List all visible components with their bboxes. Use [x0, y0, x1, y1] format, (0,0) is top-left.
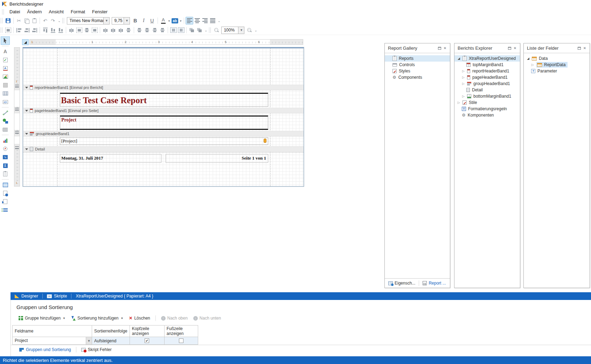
tool-table[interactable] — [1, 89, 10, 98]
menu-fenster[interactable]: Fenster — [89, 8, 111, 15]
tool-label[interactable]: A — [1, 47, 10, 56]
align-lefts-button[interactable] — [15, 26, 23, 34]
align-rights-button[interactable] — [30, 26, 38, 34]
tab-skript-fehler[interactable]: Skript Fehler — [76, 345, 117, 354]
align-dropdown-chevron-icon[interactable]: ⌄ — [216, 19, 221, 23]
page-header-label[interactable]: Project — [60, 115, 268, 130]
right-margin-guide[interactable] — [270, 48, 271, 186]
band-collapse-icon[interactable] — [25, 110, 28, 112]
report-title-label[interactable]: Basic Test Case Report — [60, 93, 268, 107]
expanded-icon[interactable]: ◢ — [527, 57, 530, 60]
move-up-button[interactable]: ↑ Nach oben — [159, 315, 190, 321]
report-gallery-tab[interactable]: Report ... — [419, 279, 449, 288]
header-visible-cell[interactable]: ✔ — [130, 337, 164, 345]
tool-page-info[interactable] — [1, 189, 10, 197]
tab-gruppen-und-sortierung[interactable]: Gruppen und Sortierung — [14, 345, 76, 354]
add-sort-dropdown-icon[interactable]: ▼ — [120, 317, 123, 320]
zoom-chevron-icon[interactable]: ⌄ — [253, 28, 258, 32]
align-right-button[interactable] — [201, 17, 209, 24]
tool-chart[interactable] — [1, 136, 10, 145]
footer-visible-checkbox[interactable] — [179, 338, 183, 343]
tree-item-report-header[interactable]: ▷ reportHeaderBand1 — [454, 68, 520, 74]
ruler-corner-button[interactable]: ◢ — [22, 39, 29, 45]
collapsed-icon[interactable]: ▷ — [462, 76, 465, 79]
toolbar1-grip2[interactable] — [62, 18, 64, 23]
band-grip[interactable] — [15, 108, 19, 111]
column-feldname[interactable]: Feldname — [13, 326, 92, 337]
tab-designer[interactable]: Designer — [11, 292, 42, 300]
column-kopfzeile[interactable]: Kopfzeile anzeigen — [130, 326, 164, 337]
left-margin-guide[interactable] — [57, 48, 58, 186]
collapsed-icon[interactable]: ▷ — [462, 82, 465, 85]
font-color-button[interactable]: A — [159, 17, 167, 24]
align-to-grid-button[interactable] — [4, 26, 12, 34]
menu-ansicht[interactable]: Ansicht — [46, 8, 67, 15]
tool-picture-box[interactable] — [1, 72, 10, 81]
tree-item-bottom-margin[interactable]: ▷ bottomMarginBand1 — [454, 93, 520, 99]
add-group-dropdown-icon[interactable]: ▼ — [63, 317, 65, 320]
font-name-dropdown-icon[interactable]: ▼ — [103, 18, 109, 24]
toolbar1-grip[interactable] — [1, 18, 2, 23]
band-collapse-icon[interactable] — [25, 87, 28, 89]
add-group-button[interactable]: Gruppe hinzufügen ▼ — [16, 315, 68, 321]
font-size-combo[interactable]: 9,75 ▼ — [112, 17, 130, 24]
expanded-icon[interactable]: ◢ — [457, 57, 460, 60]
tool-character-comb[interactable]: a|b — [1, 98, 10, 106]
move-down-button[interactable]: ↓ Nach unten — [191, 315, 223, 321]
maximize-icon[interactable] — [437, 46, 442, 51]
tree-item-parameter[interactable]: ? Parameter — [524, 68, 590, 74]
cut-button[interactable]: ✂ — [15, 17, 23, 24]
band-grip[interactable] — [15, 146, 19, 149]
tool-summary[interactable]: Σ — [1, 161, 10, 170]
footer-visible-cell[interactable] — [164, 337, 198, 345]
tool-sparkline[interactable]: ∿ — [1, 153, 10, 161]
group-field-label[interactable]: [Project] — [60, 137, 268, 145]
highlight-dropdown-icon[interactable]: ▾ — [179, 19, 182, 23]
toolbar2-grip[interactable] — [1, 27, 2, 33]
column-fusszeile[interactable]: Fußzeile anzeigen — [164, 326, 198, 337]
tree-item-data[interactable]: ◢ Data — [524, 55, 590, 62]
align-bottoms-button[interactable] — [57, 26, 64, 34]
center-horizontally-button[interactable] — [169, 26, 177, 34]
field-dropdown-icon[interactable]: ▼ — [86, 337, 92, 344]
undo-button[interactable]: ↶ — [41, 17, 49, 24]
v-space-equal-button[interactable] — [135, 26, 143, 34]
tree-item-detail[interactable]: Detail — [454, 87, 520, 93]
collapsed-icon[interactable]: ▷ — [462, 94, 465, 98]
tool-pointer[interactable] — [1, 36, 10, 45]
close-icon[interactable]: ✕ — [442, 46, 448, 51]
detail-pageinfo-label[interactable]: Seite 1 von 1 — [166, 154, 268, 163]
design-surface[interactable]: reportHeaderBand1 [Einmal pro Bericht] B… — [23, 47, 304, 187]
column-sortierreihenfolge[interactable]: Sortierreihenfolge — [92, 326, 130, 337]
bold-button[interactable]: B — [131, 17, 139, 24]
tool-shape[interactable] — [1, 117, 10, 125]
report-gallery-header[interactable]: Report Gallery ✕ — [385, 43, 450, 53]
band-grip[interactable] — [15, 131, 19, 134]
collapsed-icon[interactable]: ▷ — [531, 63, 534, 66]
copy-button[interactable] — [23, 17, 30, 24]
v-space-decrease-button[interactable] — [151, 26, 159, 34]
field-list-header[interactable]: Liste der Felder ✕ — [524, 43, 590, 53]
h-space-decrease-button[interactable] — [117, 26, 125, 34]
band-strip-detail[interactable]: Detail — [23, 146, 304, 152]
gallery-item-reports[interactable]: Reports — [385, 55, 450, 62]
tool-detail-report[interactable] — [1, 181, 10, 189]
gallery-item-styles[interactable]: Styles — [385, 68, 450, 74]
tab-report-info[interactable]: XtraReportUserDesigned { Papierart: A4 } — [71, 292, 157, 300]
align-tops-button[interactable] — [41, 26, 49, 34]
tree-item-group-header[interactable]: ▷ groupHeaderBand1 — [454, 80, 520, 87]
tool-line[interactable] — [1, 108, 10, 117]
sort-order-cell[interactable]: Aufsteigend — [92, 337, 130, 345]
align-left-button[interactable] — [186, 17, 193, 24]
tool-panel[interactable] — [1, 81, 10, 89]
tool-table-of-contents[interactable] — [1, 206, 10, 214]
highlight-button[interactable]: ab — [171, 17, 179, 24]
header-visible-checkbox[interactable]: ✔ — [145, 338, 149, 343]
close-icon[interactable]: ✕ — [582, 46, 587, 51]
menu-grip[interactable] — [2, 9, 4, 15]
gallery-item-controls[interactable]: Controls — [385, 62, 450, 68]
collapsed-icon[interactable]: ▷ — [462, 69, 465, 73]
v-space-remove-button[interactable] — [159, 26, 166, 34]
band-strip-page-header[interactable]: pageHeaderBand1 [Einmal pro Seite] — [23, 108, 304, 113]
menu-aendern[interactable]: Ändern — [24, 8, 45, 15]
